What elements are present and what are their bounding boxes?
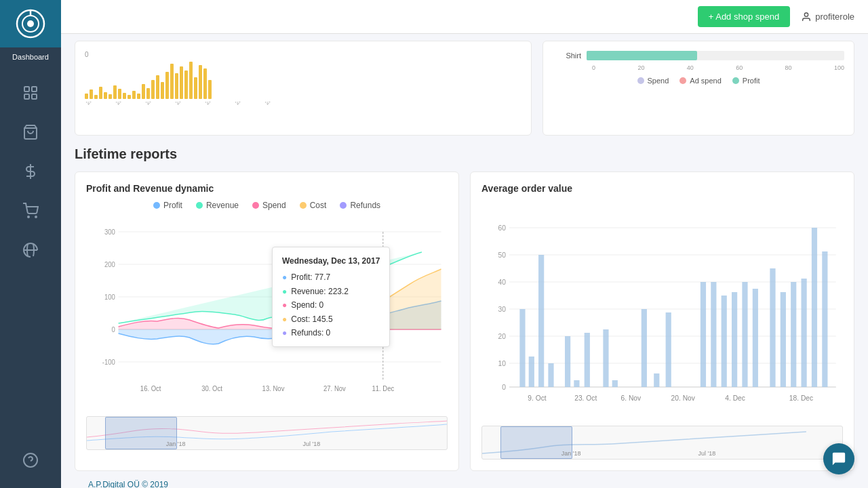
svg-text:11. Dec: 11. Dec xyxy=(372,385,394,392)
timeline-bar xyxy=(194,77,197,99)
timeline-bar xyxy=(99,87,102,99)
hbar-fill-profit xyxy=(587,51,697,60)
timeline-bar xyxy=(94,95,98,99)
copyright-text: A.P.Digital OÜ © 2019 xyxy=(88,480,168,488)
sidebar-item-dashboard[interactable] xyxy=(0,76,61,110)
sidebar-item-cart[interactable] xyxy=(0,194,61,228)
aov-bar xyxy=(791,282,796,387)
aov-bar xyxy=(585,333,590,387)
svg-text:60: 60 xyxy=(498,224,506,232)
avg-order-title: Average order value xyxy=(481,183,843,194)
profit-revenue-svg-wrap: 300 200 100 0 -100 xyxy=(86,218,448,411)
profit-revenue-chart-card: Profit and Revenue dynamic Profit Revenu… xyxy=(75,171,459,471)
legend-profit-label: Profit xyxy=(163,201,182,210)
aov-bar xyxy=(519,309,525,387)
timeline-bar xyxy=(156,75,159,99)
timeline-bar xyxy=(90,89,93,99)
legend-label: Spend xyxy=(648,77,669,85)
user-label: profiterole xyxy=(801,12,854,22)
legend-profit: Profit xyxy=(153,201,182,210)
svg-text:27. Nov: 27. Nov xyxy=(323,385,346,392)
profit-revenue-svg: 300 200 100 0 -100 xyxy=(86,218,448,408)
axis-label: 40 xyxy=(687,64,694,71)
svg-rect-4 xyxy=(24,87,29,92)
username-text: profiterole xyxy=(815,12,854,22)
svg-text:300: 300 xyxy=(104,228,115,236)
svg-rect-5 xyxy=(32,87,37,92)
avg-order-chart-card: Average order value 60 50 xyxy=(470,171,854,471)
hbar-row-label: Shirt xyxy=(553,52,587,60)
aov-bar xyxy=(654,373,659,387)
svg-text:16. Oct: 16. Oct xyxy=(140,385,161,392)
mini-nav-right-label-right: Jul '18 xyxy=(698,450,716,457)
svg-text:30: 30 xyxy=(498,306,506,313)
lifetime-reports-title: Lifetime reports xyxy=(75,146,854,162)
timeline-bar xyxy=(175,73,178,99)
svg-text:13. Nov: 13. Nov xyxy=(262,385,285,392)
user-icon xyxy=(801,12,812,22)
sidebar-nav xyxy=(0,69,61,443)
app-logo[interactable] xyxy=(0,0,61,47)
aov-bar xyxy=(732,292,737,387)
aov-bar xyxy=(565,336,570,387)
svg-text:10: 10 xyxy=(498,360,506,367)
hbar-track xyxy=(587,51,844,60)
hbar-axis: 0 20 40 60 80 100 xyxy=(553,64,844,71)
timeline-bar xyxy=(146,88,150,99)
svg-point-11 xyxy=(35,216,37,218)
sidebar-item-campaigns[interactable] xyxy=(0,233,61,267)
chart-tooltip: Wednesday, Dec 13, 2017 ● Profit: 77.7 ●… xyxy=(272,247,390,347)
aov-bar xyxy=(812,228,817,387)
spend-dot xyxy=(637,77,644,84)
timeline-bar xyxy=(137,94,140,99)
tooltip-label-revenue: Revenue: 223.2 xyxy=(291,285,349,298)
add-shop-spend-button[interactable]: + Add shop spend xyxy=(698,6,790,27)
aov-bar xyxy=(781,292,786,387)
sidebar-item-orders[interactable] xyxy=(0,115,61,149)
timeline-chart: 0 xyxy=(85,51,521,125)
aov-bar xyxy=(802,279,807,387)
timeline-chart-card: 0 xyxy=(75,41,532,136)
svg-point-10 xyxy=(28,216,29,218)
legend-revenue-label: Revenue xyxy=(206,201,239,210)
svg-point-2 xyxy=(27,20,34,27)
footer: A.P.Digital OÜ © 2019 Privacy Policy xyxy=(75,471,854,488)
legend-refunds-label: Refunds xyxy=(350,201,380,210)
tooltip-dot-cost: ● xyxy=(282,312,287,326)
axis-label: 80 xyxy=(785,64,792,71)
timeline-bar xyxy=(161,82,164,99)
axis-label: 100 xyxy=(834,64,844,71)
tooltip-dot-spend: ● xyxy=(282,298,287,312)
refunds-legend-dot xyxy=(340,202,347,209)
timeline-bar xyxy=(113,85,117,99)
svg-text:100: 100 xyxy=(104,293,115,301)
hbar-row-shirt: Shirt xyxy=(553,51,844,60)
timeline-bar xyxy=(118,89,121,99)
aov-bar xyxy=(666,312,671,387)
legend-spend: Spend xyxy=(637,77,669,85)
timeline-bar xyxy=(127,95,131,99)
hbar-chart-card: Shirt 0 20 40 60 80 100 xyxy=(542,41,854,136)
page-content: 0 xyxy=(61,34,868,488)
mini-navigator-left[interactable]: Jan '18 Jul '18 xyxy=(86,416,448,450)
chat-button[interactable] xyxy=(823,443,854,474)
svg-text:200: 200 xyxy=(104,261,115,268)
timeline-bar xyxy=(199,65,202,99)
timeline-bar xyxy=(189,62,193,99)
mini-navigator-right[interactable]: Jan '18 Jul '18 xyxy=(481,426,843,460)
timeline-bar xyxy=(123,93,126,99)
profit-revenue-legend: Profit Revenue Spend Cost xyxy=(86,201,448,210)
legend-refunds: Refunds xyxy=(340,201,380,210)
sidebar-item-help[interactable] xyxy=(22,443,39,477)
tooltip-row-cost: ● Cost: 145.5 xyxy=(282,312,380,326)
legend-adspend: Ad spend xyxy=(679,77,721,85)
legend-cost: Cost xyxy=(300,201,327,210)
sidebar-item-revenue[interactable] xyxy=(0,155,61,188)
sidebar: Dashboard xyxy=(0,0,61,488)
timeline-bar xyxy=(132,91,136,99)
tooltip-label-cost: Cost: 145.5 xyxy=(291,312,332,326)
chart-legend: Spend Ad spend Profit xyxy=(553,77,844,85)
profit-dot xyxy=(732,77,739,84)
aov-bar xyxy=(711,282,716,387)
aov-bar xyxy=(753,289,758,387)
